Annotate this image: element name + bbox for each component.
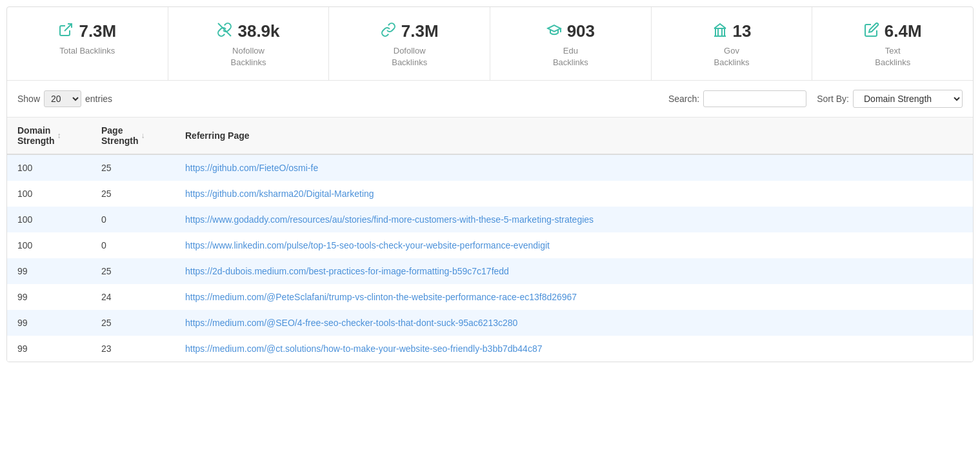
stat-nofollow-backlinks: 38.9k NofollowBacklinks: [168, 7, 330, 80]
table-row: 9924https://medium.com/@PeteSclafani/tru…: [7, 284, 973, 310]
stats-row: 7.3M Total Backlinks 38.9k NofollowBackl…: [7, 7, 973, 81]
show-select[interactable]: 10 20 50 100: [44, 90, 81, 107]
graduation-cap-icon: [546, 22, 562, 41]
cell-page-strength: 23: [91, 336, 175, 362]
referring-page-link[interactable]: https://github.com/ksharma20/Digital-Mar…: [185, 189, 374, 199]
cell-domain-strength: 99: [7, 310, 91, 336]
cell-domain-strength: 100: [7, 207, 91, 232]
th-domain-strength[interactable]: DomainStrength ↕: [7, 118, 91, 154]
svg-line-0: [65, 24, 72, 31]
cell-referring-page[interactable]: https://2d-dubois.medium.com/best-practi…: [175, 258, 973, 284]
text-backlinks-value: 6.4M: [885, 21, 922, 41]
search-label: Search:: [668, 94, 699, 104]
controls-right: Search: Sort By: Domain Strength Page St…: [668, 90, 963, 108]
text-backlinks-label: TextBacklinks: [875, 45, 910, 68]
cell-referring-page[interactable]: https://github.com/FieteO/osmi-fe: [175, 154, 973, 181]
nofollow-backlinks-value: 38.9k: [237, 21, 279, 41]
cell-domain-strength: 99: [7, 258, 91, 284]
link-icon: [381, 22, 396, 41]
dofollow-backlinks-label: DofollowBacklinks: [392, 45, 427, 68]
cell-referring-page[interactable]: https://github.com/ksharma20/Digital-Mar…: [175, 181, 973, 207]
stat-gov-backlinks: 13 GovBacklinks: [652, 7, 813, 80]
referring-page-link[interactable]: https://www.linkedin.com/pulse/top-15-se…: [185, 240, 550, 251]
referring-page-link[interactable]: https://medium.com/@ct.solutions/how-to-…: [185, 343, 542, 354]
cell-page-strength: 25: [91, 310, 175, 336]
cell-page-strength: 25: [91, 258, 175, 284]
stat-total-backlinks: 7.3M Total Backlinks: [7, 7, 168, 80]
backlinks-table: DomainStrength ↕ PageStrength ↓ Referrin…: [7, 118, 973, 362]
referring-page-link[interactable]: https://medium.com/@PeteSclafani/trump-v…: [185, 292, 577, 302]
cell-page-strength: 25: [91, 154, 175, 181]
table-wrapper: DomainStrength ↕ PageStrength ↓ Referrin…: [7, 118, 973, 362]
referring-page-link[interactable]: https://2d-dubois.medium.com/best-practi…: [185, 266, 509, 276]
sortby-select[interactable]: Domain Strength Page Strength: [853, 90, 963, 108]
cell-domain-strength: 100: [7, 232, 91, 258]
referring-page-link[interactable]: https://medium.com/@SEO/4-free-seo-check…: [185, 318, 517, 328]
cell-domain-strength: 99: [7, 336, 91, 362]
cell-domain-strength: 100: [7, 154, 91, 181]
table-row: 9923https://medium.com/@ct.solutions/how…: [7, 336, 973, 362]
table-row: 10025https://github.com/FieteO/osmi-fe: [7, 154, 973, 181]
link-slash-icon: [217, 22, 232, 41]
table-row: 9925https://2d-dubois.medium.com/best-pr…: [7, 258, 973, 284]
stat-text-backlinks: 6.4M TextBacklinks: [812, 7, 973, 80]
external-link-icon: [58, 22, 74, 41]
table-header-row: DomainStrength ↕ PageStrength ↓ Referrin…: [7, 118, 973, 154]
cell-referring-page[interactable]: https://medium.com/@SEO/4-free-seo-check…: [175, 310, 973, 336]
dofollow-backlinks-value: 7.3M: [401, 21, 439, 41]
stat-edu-backlinks: 903 EduBacklinks: [490, 7, 652, 80]
sort-icon-page-strength: ↓: [141, 131, 145, 140]
th-referring-page: Referring Page: [175, 118, 973, 154]
main-container: 7.3M Total Backlinks 38.9k NofollowBackl…: [6, 6, 974, 362]
referring-page-link[interactable]: https://www.godaddy.com/resources/au/sto…: [185, 214, 594, 225]
sortby-label: Sort By:: [817, 94, 849, 104]
entries-label: entries: [85, 94, 112, 104]
cell-page-strength: 0: [91, 232, 175, 258]
pencil-icon: [864, 22, 879, 41]
total-backlinks-label: Total Backlinks: [59, 45, 115, 57]
edu-backlinks-label: EduBacklinks: [553, 45, 588, 68]
table-row: 10025https://github.com/ksharma20/Digita…: [7, 181, 973, 207]
referring-page-link[interactable]: https://github.com/FieteO/osmi-fe: [185, 163, 318, 173]
stat-dofollow-backlinks: 7.3M DofollowBacklinks: [329, 7, 490, 80]
sort-icon-domain-strength: ↕: [57, 131, 61, 140]
cell-domain-strength: 99: [7, 284, 91, 310]
search-input[interactable]: [703, 90, 806, 107]
table-row: 9925https://medium.com/@SEO/4-free-seo-c…: [7, 310, 973, 336]
gov-backlinks-label: GovBacklinks: [714, 45, 750, 68]
cell-domain-strength: 100: [7, 181, 91, 207]
controls-row: Show 10 20 50 100 entries Search: Sort B…: [7, 81, 973, 118]
cell-page-strength: 24: [91, 284, 175, 310]
building-columns-icon: [712, 22, 728, 41]
table-row: 1000https://www.linkedin.com/pulse/top-1…: [7, 232, 973, 258]
cell-page-strength: 0: [91, 207, 175, 232]
cell-referring-page[interactable]: https://medium.com/@ct.solutions/how-to-…: [175, 336, 973, 362]
show-label: Show: [17, 94, 40, 104]
cell-referring-page[interactable]: https://medium.com/@PeteSclafani/trump-v…: [175, 284, 973, 310]
table-row: 1000https://www.godaddy.com/resources/au…: [7, 207, 973, 232]
th-page-strength[interactable]: PageStrength ↓: [91, 118, 175, 154]
cell-referring-page[interactable]: https://www.godaddy.com/resources/au/sto…: [175, 207, 973, 232]
total-backlinks-value: 7.3M: [79, 21, 116, 41]
nofollow-backlinks-label: NofollowBacklinks: [231, 45, 266, 68]
cell-referring-page[interactable]: https://www.linkedin.com/pulse/top-15-se…: [175, 232, 973, 258]
edu-backlinks-value: 903: [567, 21, 595, 41]
show-entries-control: Show 10 20 50 100 entries: [17, 90, 112, 107]
gov-backlinks-value: 13: [733, 21, 752, 41]
cell-page-strength: 25: [91, 181, 175, 207]
